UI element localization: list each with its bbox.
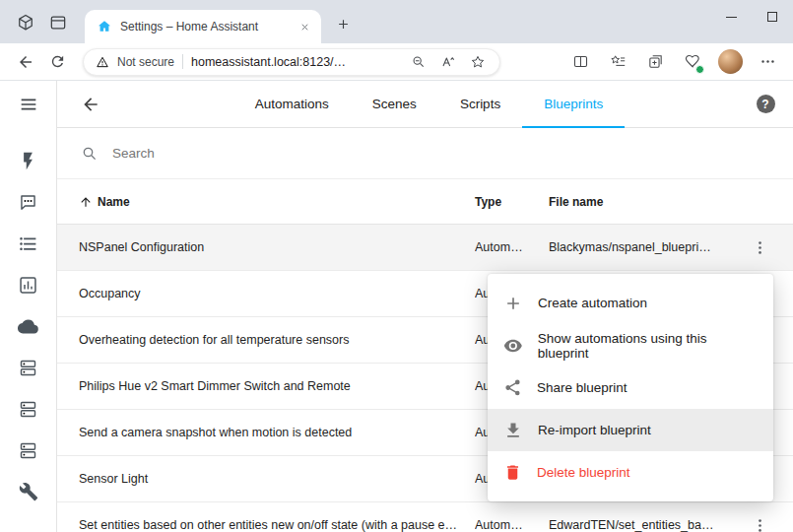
row-name: Overheating detection for all temperatur… (79, 333, 475, 347)
browser-refresh-icon[interactable] (41, 47, 73, 77)
table-row[interactable]: Set entities based on other entities new… (57, 502, 793, 532)
workspaces-icon[interactable] (12, 9, 39, 36)
browser-back-icon[interactable] (10, 47, 41, 77)
download-icon (503, 421, 523, 440)
table-header: Name Type File name (57, 179, 793, 225)
window-controls (710, 0, 793, 33)
tab-scripts[interactable]: Scripts (438, 81, 522, 128)
collections-icon[interactable] (639, 47, 671, 77)
sort-ascending-icon (79, 195, 93, 209)
menu-item-create-automation[interactable]: Create automation (488, 282, 773, 324)
column-header-file[interactable]: File name (549, 195, 726, 209)
search-icon (81, 145, 99, 163)
tab-scenes[interactable]: Scenes (351, 81, 438, 128)
row-name: Sensor Light (79, 472, 475, 486)
row-file: Blackymas/nspanel_blueprin… (549, 240, 726, 254)
sidebar-item-addon-2[interactable] (0, 388, 57, 430)
read-aloud-icon[interactable] (438, 52, 458, 72)
row-type: Autom… (475, 518, 549, 532)
sidebar-item-developer-tools[interactable] (0, 471, 57, 512)
add-favorite-star-icon[interactable] (468, 52, 488, 72)
profile-avatar[interactable] (714, 47, 746, 77)
context-menu: Create automation Show automations using… (488, 274, 773, 501)
row-name: NSPanel Configuration (79, 240, 475, 254)
tab-actions-icon[interactable] (44, 9, 72, 36)
sidebar-item-logbook[interactable] (0, 223, 57, 264)
row-name: Occupancy (79, 287, 475, 300)
tab-close-icon[interactable] (296, 18, 313, 35)
favorites-icon[interactable] (602, 47, 633, 77)
home-assistant-favicon (97, 19, 112, 34)
ha-back-icon[interactable] (71, 85, 110, 124)
menu-item-show-automations[interactable]: Show automations using this blueprint (488, 324, 773, 366)
search-bar (57, 128, 793, 179)
security-label[interactable]: Not secure (117, 55, 174, 69)
browser-toolbar: Not secure homeassistant.local:8123/… (0, 43, 793, 81)
search-input[interactable] (112, 146, 769, 161)
menu-item-delete-blueprint[interactable]: Delete blueprint (488, 451, 773, 494)
row-name: Set entities based on other entities new… (79, 518, 475, 532)
zoom-out-icon[interactable] (409, 52, 429, 72)
column-header-type[interactable]: Type (475, 195, 549, 209)
sidebar-menu-icon[interactable] (0, 81, 56, 128)
tab-automations[interactable]: Automations (233, 81, 351, 128)
tab-title: Settings – Home Assistant (120, 20, 288, 33)
address-bar[interactable]: Not secure homeassistant.local:8123/… (83, 48, 500, 76)
menu-item-reimport-blueprint[interactable]: Re-import blueprint (488, 409, 773, 451)
column-header-name[interactable]: Name (79, 195, 475, 209)
split-screen-icon[interactable] (564, 47, 596, 77)
row-overflow-menu-icon[interactable] (743, 508, 776, 532)
essentials-status-badge (695, 65, 704, 74)
tab-blueprints[interactable]: Blueprints (522, 81, 625, 128)
address-divider (182, 54, 183, 69)
not-secure-warning-icon (96, 55, 109, 69)
row-overflow-menu-icon[interactable] (743, 231, 776, 264)
address-bar-actions (409, 52, 488, 72)
browser-tab[interactable]: Settings – Home Assistant (85, 10, 321, 43)
ha-header: Automations Scenes Scripts Blueprints ? (57, 81, 793, 128)
sidebar-item-assist[interactable] (0, 181, 57, 223)
sidebar-item-addon-1[interactable] (0, 347, 57, 388)
row-name: Philips Hue v2 Smart Dimmer Switch and R… (79, 379, 475, 393)
ha-tab-bar: Automations Scenes Scripts Blueprints (110, 81, 748, 128)
table-row[interactable]: NSPanel Configuration Autom… Blackymas/n… (57, 225, 793, 271)
share-icon (503, 378, 522, 397)
plus-icon (503, 294, 523, 313)
delete-icon (503, 463, 522, 482)
minimize-button[interactable] (710, 0, 752, 33)
menu-item-share-blueprint[interactable]: Share blueprint (488, 366, 773, 409)
new-tab-button[interactable] (329, 10, 357, 37)
browser-window: Settings – Home Assistant Not secure hom… (0, 0, 793, 532)
maximize-button[interactable] (752, 0, 793, 33)
eye-icon (503, 336, 523, 356)
help-icon[interactable]: ? (748, 87, 783, 122)
sidebar-items (0, 140, 57, 512)
sidebar-item-addon-3[interactable] (0, 430, 57, 471)
toolbar-icons (564, 47, 783, 77)
row-type: Autom… (475, 240, 549, 254)
sidebar-item-energy[interactable] (0, 140, 57, 181)
sidebar-item-cloud[interactable] (0, 305, 57, 347)
browser-menu-icon[interactable] (752, 47, 783, 77)
url-text[interactable]: homeassistant.local:8123/… (191, 55, 401, 69)
row-name: Send a camera snapshot when motion is de… (79, 426, 475, 439)
row-file: EdwardTEN/set_entities_bas… (549, 518, 726, 532)
tab-strip: Settings – Home Assistant (0, 0, 793, 43)
ha-sidebar (0, 81, 57, 532)
browser-essentials-icon[interactable] (677, 47, 708, 77)
sidebar-item-history[interactable] (0, 264, 57, 305)
